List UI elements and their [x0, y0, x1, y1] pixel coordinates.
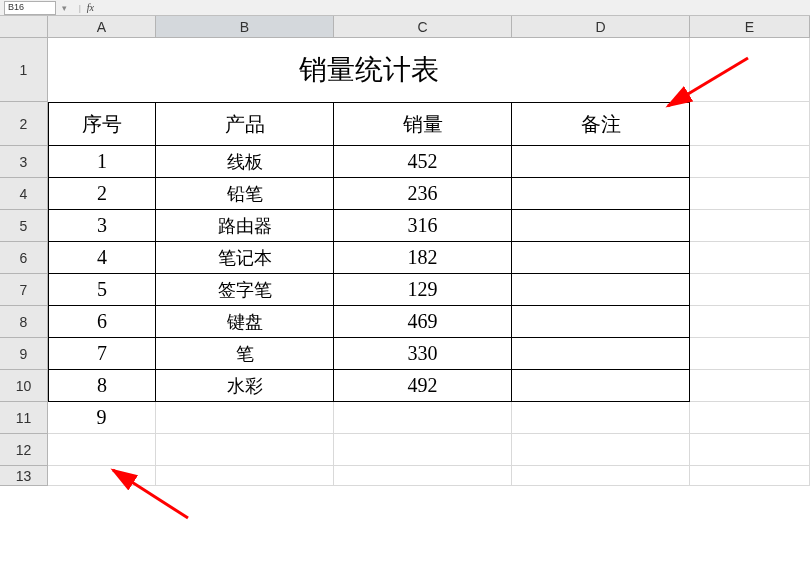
col-header-D[interactable]: D	[512, 16, 690, 38]
row-header-3[interactable]: 3	[0, 146, 48, 178]
separator: |	[79, 3, 81, 13]
cell-product[interactable]: 签字笔	[156, 274, 334, 306]
header-seq[interactable]: 序号	[48, 102, 156, 146]
cell-E5[interactable]	[690, 210, 810, 242]
fx-label[interactable]: fx	[87, 2, 94, 13]
formula-bar: B16 ▾ | fx	[0, 0, 810, 16]
cell-B11[interactable]	[156, 402, 334, 434]
name-box[interactable]: B16	[4, 1, 56, 15]
cell-sales[interactable]: 469	[334, 306, 512, 338]
cell-seq[interactable]: 8	[48, 370, 156, 402]
cell-A11[interactable]: 9	[48, 402, 156, 434]
row-header-4[interactable]: 4	[0, 178, 48, 210]
cell-seq[interactable]: 7	[48, 338, 156, 370]
table-row: 8 水彩 492	[48, 370, 810, 402]
cell-B12[interactable]	[156, 434, 334, 466]
cell-sales[interactable]: 182	[334, 242, 512, 274]
select-all-corner[interactable]	[0, 16, 48, 38]
cell-remark[interactable]	[512, 210, 690, 242]
cell-remark[interactable]	[512, 146, 690, 178]
cell-C13[interactable]	[334, 466, 512, 486]
cell-A12[interactable]	[48, 434, 156, 466]
cell-remark[interactable]	[512, 306, 690, 338]
cell-sales[interactable]: 316	[334, 210, 512, 242]
row-header-5[interactable]: 5	[0, 210, 48, 242]
row-2: 序号 产品 销量 备注	[48, 102, 810, 146]
row-header-8[interactable]: 8	[0, 306, 48, 338]
row-header-6[interactable]: 6	[0, 242, 48, 274]
row-header-7[interactable]: 7	[0, 274, 48, 306]
spreadsheet-grid: A B C D E 1 2 3 4 5 6 7 8 9 10 11 12 13 …	[0, 16, 810, 486]
column-headers: A B C D E	[0, 16, 810, 38]
row-header-11[interactable]: 11	[0, 402, 48, 434]
col-header-B[interactable]: B	[156, 16, 334, 38]
cell-remark[interactable]	[512, 338, 690, 370]
cell-D12[interactable]	[512, 434, 690, 466]
table-row: 1 线板 452	[48, 146, 810, 178]
row-header-13[interactable]: 13	[0, 466, 48, 486]
title-cell[interactable]: 销量统计表	[48, 38, 690, 102]
cell-seq[interactable]: 5	[48, 274, 156, 306]
header-remark[interactable]: 备注	[512, 102, 690, 146]
cell-seq[interactable]: 1	[48, 146, 156, 178]
cell-sales[interactable]: 452	[334, 146, 512, 178]
cell-product[interactable]: 路由器	[156, 210, 334, 242]
row-header-1[interactable]: 1	[0, 38, 48, 102]
cell-E6[interactable]	[690, 242, 810, 274]
row-12	[48, 434, 810, 466]
col-header-C[interactable]: C	[334, 16, 512, 38]
cell-E13[interactable]	[690, 466, 810, 486]
row-13	[48, 466, 810, 486]
cell-seq[interactable]: 6	[48, 306, 156, 338]
table-row: 3 路由器 316	[48, 210, 810, 242]
table-row: 5 签字笔 129	[48, 274, 810, 306]
cell-remark[interactable]	[512, 242, 690, 274]
row-header-2[interactable]: 2	[0, 102, 48, 146]
col-header-A[interactable]: A	[48, 16, 156, 38]
cell-remark[interactable]	[512, 274, 690, 306]
cell-product[interactable]: 线板	[156, 146, 334, 178]
cell-seq[interactable]: 2	[48, 178, 156, 210]
cell-product[interactable]: 键盘	[156, 306, 334, 338]
cell-E2[interactable]	[690, 102, 810, 146]
cell-E12[interactable]	[690, 434, 810, 466]
cell-E1[interactable]	[690, 38, 810, 102]
row-header-12[interactable]: 12	[0, 434, 48, 466]
cell-E8[interactable]	[690, 306, 810, 338]
cell-E9[interactable]	[690, 338, 810, 370]
cell-product[interactable]: 铅笔	[156, 178, 334, 210]
cell-E7[interactable]	[690, 274, 810, 306]
cell-product[interactable]: 笔记本	[156, 242, 334, 274]
cell-E10[interactable]	[690, 370, 810, 402]
header-sales[interactable]: 销量	[334, 102, 512, 146]
cell-seq[interactable]: 4	[48, 242, 156, 274]
cell-remark[interactable]	[512, 370, 690, 402]
cell-D11[interactable]	[512, 402, 690, 434]
cell-product[interactable]: 笔	[156, 338, 334, 370]
cell-E3[interactable]	[690, 146, 810, 178]
row-11: 9	[48, 402, 810, 434]
cell-remark[interactable]	[512, 178, 690, 210]
cell-D13[interactable]	[512, 466, 690, 486]
cell-C12[interactable]	[334, 434, 512, 466]
cell-A13[interactable]	[48, 466, 156, 486]
dropdown-icon: ▾	[62, 3, 67, 13]
cell-product[interactable]: 水彩	[156, 370, 334, 402]
row-header-9[interactable]: 9	[0, 338, 48, 370]
row-headers: 1 2 3 4 5 6 7 8 9 10 11 12 13	[0, 38, 48, 486]
table-row: 2 铅笔 236	[48, 178, 810, 210]
cell-seq[interactable]: 3	[48, 210, 156, 242]
col-header-E[interactable]: E	[690, 16, 810, 38]
cell-C11[interactable]	[334, 402, 512, 434]
cell-sales[interactable]: 330	[334, 338, 512, 370]
cell-sales[interactable]: 236	[334, 178, 512, 210]
table-row: 6 键盘 469	[48, 306, 810, 338]
cell-sales[interactable]: 129	[334, 274, 512, 306]
cell-E4[interactable]	[690, 178, 810, 210]
row-header-10[interactable]: 10	[0, 370, 48, 402]
table-row: 7 笔 330	[48, 338, 810, 370]
header-product[interactable]: 产品	[156, 102, 334, 146]
cell-sales[interactable]: 492	[334, 370, 512, 402]
cell-E11[interactable]	[690, 402, 810, 434]
cell-B13[interactable]	[156, 466, 334, 486]
